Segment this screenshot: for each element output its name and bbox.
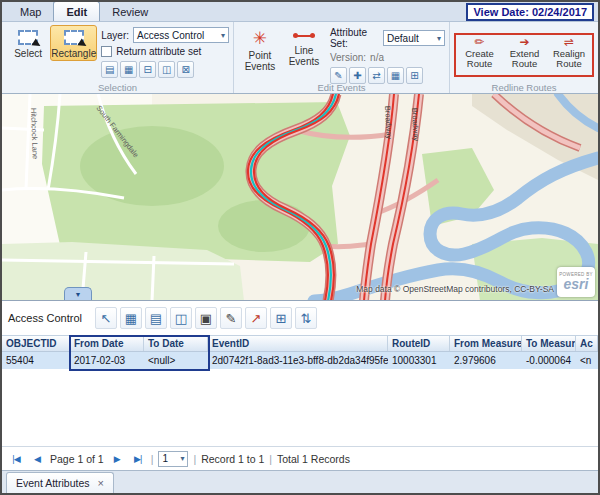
- save-icon[interactable]: ▣: [195, 307, 217, 329]
- tab-review[interactable]: Review: [100, 3, 160, 21]
- cell-routeid: 10003301: [388, 354, 450, 367]
- ribbon: Select Rectangle Layer: Access Control ▾…: [2, 22, 598, 94]
- rectangle-tool-label: Rectangle: [51, 48, 96, 59]
- esri-wordmark: esri: [564, 277, 589, 291]
- attribute-set-value: Default: [387, 33, 419, 44]
- extend-route-button[interactable]: ➔ Extend Route: [502, 36, 547, 74]
- street-label-hitchcock: Hitchcock Lane: [29, 108, 40, 160]
- line-events-button[interactable]: Line Events: [282, 25, 326, 69]
- redline-highlight-box: ✏ Create Route ➔ Extend Route ⇌ Realign …: [454, 33, 594, 77]
- cell-to-date: <null>: [144, 354, 208, 367]
- tab-map[interactable]: Map: [8, 3, 53, 21]
- sort-icon[interactable]: ⇅: [295, 307, 317, 329]
- column-header-to-date[interactable]: To Date: [144, 336, 208, 351]
- cell-access: <n: [576, 354, 598, 367]
- return-attribute-set-label: Return attribute set: [116, 46, 201, 57]
- rectangle-tool-icon: [64, 30, 84, 45]
- column-header-to-measure[interactable]: To Measure: [522, 336, 576, 351]
- separator: |: [269, 453, 272, 465]
- ribbon-tabstrip: Map Edit Review View Date: 02/24/2017: [2, 2, 598, 22]
- attribute-table-icon[interactable]: ▤: [145, 307, 167, 329]
- panel-title: Access Control: [8, 312, 82, 324]
- return-attribute-set-checkbox[interactable]: [101, 46, 112, 57]
- add-field-icon[interactable]: ⊞: [270, 307, 292, 329]
- table-icon[interactable]: ▦: [120, 61, 137, 78]
- select-tool-icon: [18, 30, 38, 45]
- table-header-row: OBJECTID From Date To Date EventID Route…: [2, 335, 598, 352]
- table-row[interactable]: 55404 2017-02-03 <null> 2d0742f1-8ad3-11…: [2, 352, 598, 369]
- total-records-label: Total 1 Records: [277, 453, 350, 465]
- edit-record-icon[interactable]: ✎: [220, 307, 242, 329]
- ribbon-group-redline: ✏ Create Route ➔ Extend Route ⇌ Realign …: [450, 22, 598, 93]
- attribute-panel-toolbar: Access Control ↖ ▦ ▤ ◫ ▣ ✎ ↗ ⊞ ⇅: [2, 301, 598, 335]
- table-empty-area: [2, 369, 598, 446]
- event-editor-window: Map Edit Review View Date: 02/24/2017 Se…: [0, 0, 600, 495]
- switch-selection-icon[interactable]: ◫: [170, 307, 192, 329]
- previous-page-button[interactable]: ◀: [29, 450, 45, 468]
- realign-route-button[interactable]: ⇌ Realign Route: [547, 36, 591, 74]
- point-events-label: Point Events: [240, 50, 280, 72]
- map-graphics: Hitchcock Lane South Farmingdale Broadwa…: [2, 94, 598, 301]
- clear-selection-icon[interactable]: ⊠: [177, 61, 194, 78]
- select-tool-button[interactable]: Select: [6, 25, 50, 61]
- chevron-down-icon: ▾: [180, 454, 184, 463]
- view-date-box[interactable]: View Date: 02/24/2017: [466, 3, 594, 21]
- show-selected-icon[interactable]: ▦: [120, 307, 142, 329]
- create-route-button[interactable]: ✏ Create Route: [457, 36, 502, 74]
- map-canvas[interactable]: Hitchcock Lane South Farmingdale Broadwa…: [2, 94, 598, 301]
- column-header-from-measure[interactable]: From Measure: [450, 336, 522, 351]
- page-count-label: Page 1 of 1: [50, 453, 104, 465]
- version-label: Version:: [330, 52, 366, 63]
- rectangle-tool-button[interactable]: Rectangle: [50, 25, 97, 61]
- point-events-button[interactable]: ✳ Point Events: [238, 25, 282, 74]
- layer-label: Layer:: [101, 30, 129, 41]
- attribute-table: OBJECTID From Date To Date EventID Route…: [2, 335, 598, 369]
- column-header-eventid[interactable]: EventID: [208, 336, 388, 351]
- redline-group-label: Redline Routes: [450, 82, 598, 93]
- chevron-down-icon: ▾: [437, 34, 441, 43]
- layer-list-icon[interactable]: ▤: [101, 61, 118, 78]
- record-range-label: Record 1 to 1: [201, 453, 264, 465]
- version-value: n/a: [370, 52, 384, 63]
- next-page-button[interactable]: ▶: [109, 450, 125, 468]
- tab-event-attributes[interactable]: Event Attributes ×: [6, 472, 114, 493]
- switch-selection-icon[interactable]: ◫: [158, 61, 175, 78]
- page-select-dropdown[interactable]: 1 ▾: [158, 451, 188, 467]
- last-page-button[interactable]: ▶|: [130, 450, 146, 468]
- first-page-button[interactable]: |◀: [8, 450, 24, 468]
- tab-edit[interactable]: Edit: [53, 1, 100, 21]
- ribbon-group-edit-events: ✳ Point Events Line Events Attribute Set…: [234, 22, 450, 93]
- selection-group-label: Selection: [2, 82, 233, 93]
- layer-dropdown[interactable]: Access Control ▾: [133, 27, 229, 43]
- ribbon-group-selection: Select Rectangle Layer: Access Control ▾…: [2, 22, 234, 93]
- street-label-broadway-b: Broadway: [410, 108, 421, 142]
- cell-to-measure: -0.000064: [522, 354, 576, 367]
- chevron-down-icon: ▼: [75, 291, 82, 298]
- line-events-icon: [293, 30, 315, 42]
- separator: |: [193, 453, 196, 465]
- cell-eventid: 2d0742f1-8ad3-11e3-bff8-db2da34f95fe: [208, 354, 388, 367]
- panel-collapse-button[interactable]: ▼: [64, 287, 92, 300]
- layer-dropdown-value: Access Control: [137, 30, 204, 41]
- pagination-bar: |◀ ◀ Page 1 of 1 ▶ ▶| | 1 ▾ | Record 1 t…: [2, 446, 598, 470]
- map-attribution: Map data © OpenStreetMap contributors, C…: [356, 284, 554, 294]
- column-header-access[interactable]: Ac: [576, 336, 598, 351]
- column-header-from-date[interactable]: From Date: [70, 336, 144, 351]
- esri-logo: POWERED BY esri: [557, 267, 595, 297]
- point-events-icon: ✳: [253, 30, 267, 47]
- tab-event-attributes-label: Event Attributes: [16, 477, 90, 489]
- cell-objectid: 55404: [2, 354, 70, 367]
- export-icon[interactable]: ↗: [245, 307, 267, 329]
- chevron-down-icon: ▾: [221, 31, 225, 40]
- column-header-routeid[interactable]: RouteID: [388, 336, 450, 351]
- line-events-label: Line Events: [284, 45, 324, 67]
- select-features-icon[interactable]: ↖: [95, 307, 117, 329]
- attribute-set-dropdown[interactable]: Default ▾: [383, 30, 445, 46]
- column-header-objectid[interactable]: OBJECTID: [2, 336, 70, 351]
- page-select-value: 1: [162, 453, 168, 464]
- close-icon[interactable]: ×: [98, 477, 104, 489]
- attribute-set-label: Attribute Set:: [330, 27, 379, 49]
- cell-from-measure: 2.979606: [450, 354, 522, 367]
- realign-route-label: Realign Route: [547, 49, 591, 69]
- copy-selection-icon[interactable]: ⊟: [139, 61, 156, 78]
